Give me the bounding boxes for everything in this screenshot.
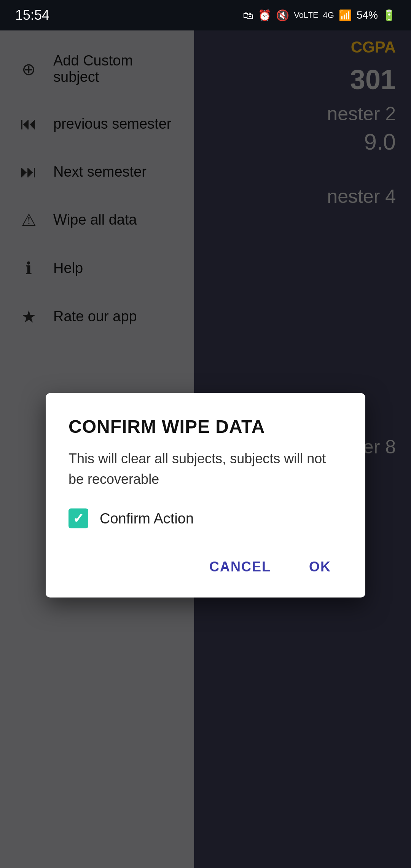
confirm-dialog: CONFIRM WIPE DATA This will clear all su… (46, 393, 365, 598)
cancel-button[interactable]: CANCEL (198, 551, 282, 582)
dialog-message: This will clear all subjects, subjects w… (68, 448, 342, 490)
signal-icon: 📶 (339, 9, 352, 22)
confirm-action-label: Confirm Action (100, 510, 194, 527)
dialog-title: CONFIRM WIPE DATA (68, 416, 342, 437)
bag-icon: 🛍 (243, 9, 253, 22)
confirm-checkbox[interactable]: ✓ (68, 509, 88, 528)
ok-button[interactable]: OK (298, 551, 342, 582)
volte-icon: VoLTE (294, 10, 318, 20)
battery-level: 54% (357, 9, 378, 21)
dialog-buttons: CANCEL OK (68, 551, 342, 582)
4g-icon: 4G (323, 10, 334, 20)
confirm-dialog-container: CONFIRM WIPE DATA This will clear all su… (46, 393, 365, 598)
status-icons: 🛍 ⏰ 🔇 VoLTE 4G 📶 54% 🔋 (243, 9, 396, 22)
status-time: 15:54 (15, 7, 49, 23)
battery-icon: 🔋 (382, 9, 396, 22)
status-bar: 15:54 🛍 ⏰ 🔇 VoLTE 4G 📶 54% 🔋 (0, 0, 411, 30)
alarm-icon: ⏰ (258, 9, 271, 22)
confirm-action-row: ✓ Confirm Action (68, 509, 342, 528)
mute-icon: 🔇 (276, 9, 289, 22)
check-icon: ✓ (73, 511, 84, 527)
